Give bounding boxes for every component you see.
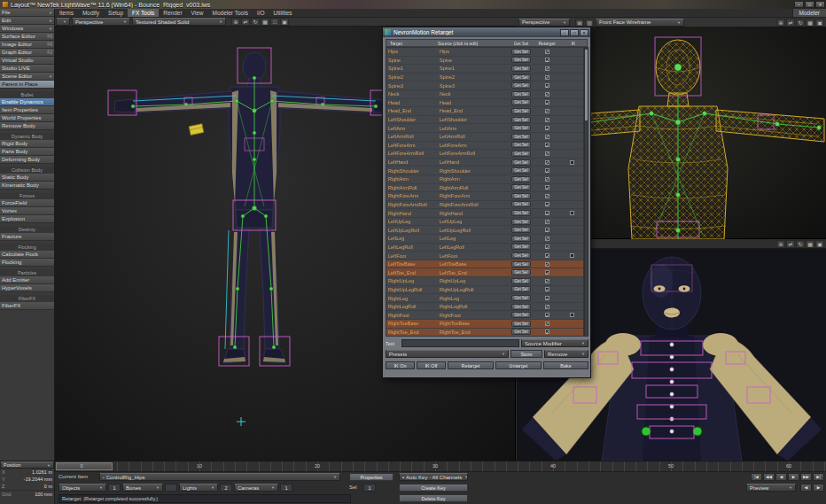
sidebar-menu-file[interactable]: File xyxy=(0,9,54,17)
source-name[interactable]: LeftUpLeg xyxy=(438,219,509,224)
move-view-icon[interactable]: ⇄ xyxy=(241,18,250,26)
retarget-checkbox[interactable] xyxy=(545,279,549,283)
get-sel-button[interactable]: Get Sel xyxy=(511,57,530,63)
sidebar-item-surface-editor[interactable]: Surface EditorF5 xyxy=(0,33,54,41)
source-name[interactable]: LeftForeArm xyxy=(438,143,509,148)
ik-checkbox[interactable] xyxy=(570,211,574,215)
source-name[interactable]: RightArm xyxy=(438,176,509,182)
source-name[interactable]: RightShoulder xyxy=(438,168,509,174)
wireframe-toggle-icon[interactable]: ▥ xyxy=(585,19,594,27)
source-name[interactable]: Spine xyxy=(438,58,509,63)
menu-tab-i-o[interactable]: I/O xyxy=(253,9,269,17)
retarget-checkbox[interactable] xyxy=(545,305,549,309)
texture-toggle-icon[interactable]: ▤ xyxy=(575,19,584,27)
source-name[interactable]: RightFoot xyxy=(438,313,509,318)
get-sel-button[interactable]: Get Sel xyxy=(511,227,530,233)
zoom-view-icon[interactable]: ▦ xyxy=(806,240,814,248)
bones-count-field[interactable] xyxy=(165,484,177,492)
move-view-icon[interactable]: ⇄ xyxy=(786,240,795,248)
source-name[interactable]: RightLeg xyxy=(438,296,509,301)
previous-key-button[interactable]: ◀◀ xyxy=(763,473,775,481)
dialog-maximize-button[interactable]: □ xyxy=(570,29,579,36)
source-name[interactable]: RightToe_End xyxy=(438,330,509,335)
sidebar-item-remove-body[interactable]: Remove Body xyxy=(0,122,54,130)
properties-button[interactable]: Properties xyxy=(349,473,394,481)
retarget-checkbox[interactable] xyxy=(545,236,549,241)
get-sel-button[interactable]: Get Sel xyxy=(511,261,530,268)
get-sel-button[interactable]: Get Sel xyxy=(511,117,530,123)
menu-tab-fx-tools[interactable]: FX Tools xyxy=(128,9,159,17)
sidebar-item-vortex[interactable]: Vortex xyxy=(0,207,54,215)
get-sel-button[interactable]: Get Sel xyxy=(511,167,530,174)
timeline-slider-handle[interactable] xyxy=(56,462,113,470)
coordinate-mode-dropdown[interactable]: Position xyxy=(0,461,54,469)
source-name[interactable]: Spine2 xyxy=(438,74,509,80)
sidebar-item-world-properties[interactable]: World Properties xyxy=(0,114,54,122)
retarget-checkbox[interactable] xyxy=(545,244,549,249)
retarget-checkbox[interactable] xyxy=(545,109,549,113)
get-sel-button[interactable]: Get Sel xyxy=(511,304,530,310)
retarget-checkbox[interactable] xyxy=(545,253,549,258)
bones-dropdown[interactable]: Bones xyxy=(122,484,163,492)
maximize-view-icon[interactable]: ▣ xyxy=(815,240,824,248)
get-sel-button[interactable]: Get Sel xyxy=(511,91,530,97)
delete-key-button[interactable]: Delete Key xyxy=(399,494,468,502)
go-to-end-button[interactable]: ▶| xyxy=(813,473,824,481)
retarget-checkbox[interactable] xyxy=(545,211,549,215)
sidebar-item-fracture[interactable]: Fracture xyxy=(0,233,54,241)
ik-checkbox[interactable] xyxy=(570,313,574,317)
source-name[interactable]: Head xyxy=(438,100,509,105)
previous-frame-button[interactable]: ◀ xyxy=(775,473,787,481)
lights-dropdown[interactable]: Lights xyxy=(179,484,218,492)
get-sel-button[interactable]: Get Sel xyxy=(511,134,530,140)
sel-count-field[interactable]: 1 xyxy=(363,484,376,492)
create-key-button[interactable]: Create Key xyxy=(399,484,468,492)
sidebar-item-parent-in-place[interactable]: Parent in Place xyxy=(0,81,54,89)
shading-mode-dropdown[interactable]: Textured Shaded Solid xyxy=(132,18,226,26)
dialog-title-bar[interactable]: NevronMotion Retarget −□× xyxy=(383,27,590,37)
get-sel-button[interactable]: Get Sel xyxy=(511,295,530,301)
source-name[interactable]: LeftToe_End xyxy=(438,270,509,275)
source-name[interactable]: Neck xyxy=(438,91,509,97)
sidebar-item-virtual-studio[interactable]: Virtual Studio xyxy=(0,57,54,65)
view-type-dropdown[interactable]: Perspective xyxy=(72,18,130,26)
get-sel-button[interactable]: Get Sel xyxy=(511,236,530,242)
maximize-button[interactable]: □ xyxy=(805,1,814,8)
bake-button[interactable]: Bake xyxy=(543,361,588,369)
ik-checkbox[interactable] xyxy=(570,253,574,258)
lights-count-field[interactable]: 2 xyxy=(220,484,232,492)
get-sel-button[interactable]: Get Sel xyxy=(511,74,530,81)
sidebar-item-forcefield[interactable]: ForceField xyxy=(0,199,54,207)
sidebar-menu-edit[interactable]: Edit xyxy=(0,17,54,25)
retarget-checkbox[interactable] xyxy=(545,75,549,80)
sidebar-item-rigid-body[interactable]: Rigid Body xyxy=(0,140,54,148)
center-item-icon[interactable]: ⊕ xyxy=(776,19,785,27)
get-sel-button[interactable]: Get Sel xyxy=(511,219,530,225)
retarget-checkbox[interactable] xyxy=(545,135,549,139)
source-name[interactable]: LeftLegRoll xyxy=(438,244,509,250)
preview-forward-button[interactable]: ▶ xyxy=(813,484,824,492)
fit-view-icon[interactable]: □ xyxy=(270,18,279,26)
menu-tab-view[interactable]: View xyxy=(187,9,208,17)
retarget-checkbox[interactable] xyxy=(545,66,549,71)
get-sel-button[interactable]: Get Sel xyxy=(511,269,530,275)
get-sel-button[interactable]: Get Sel xyxy=(511,82,530,89)
retarget-button[interactable]: Retarget xyxy=(448,361,494,369)
sidebar-item-hypervoxels[interactable]: HyperVoxels xyxy=(0,284,54,292)
ik-checkbox[interactable] xyxy=(570,160,574,165)
get-sel-button[interactable]: Get Sel xyxy=(511,66,530,72)
retarget-checkbox[interactable] xyxy=(545,168,549,173)
get-sel-button[interactable]: Get Sel xyxy=(511,312,530,318)
source-name[interactable]: Head_End xyxy=(438,108,509,113)
center-item-icon[interactable]: ⊕ xyxy=(776,240,785,248)
get-sel-button[interactable]: Get Sel xyxy=(511,184,530,190)
get-sel-button[interactable]: Get Sel xyxy=(511,210,530,216)
source-name[interactable]: Spine3 xyxy=(438,83,509,89)
retarget-checkbox[interactable] xyxy=(545,185,549,190)
remove-dropdown[interactable]: Remove xyxy=(544,350,588,358)
get-sel-button[interactable]: Get Sel xyxy=(511,321,530,327)
retarget-checkbox[interactable] xyxy=(545,220,549,224)
right-view-type-dropdown[interactable]: Perspective xyxy=(518,19,570,27)
minimize-button[interactable]: − xyxy=(794,1,804,8)
preview-back-button[interactable]: ◀ xyxy=(800,484,812,492)
